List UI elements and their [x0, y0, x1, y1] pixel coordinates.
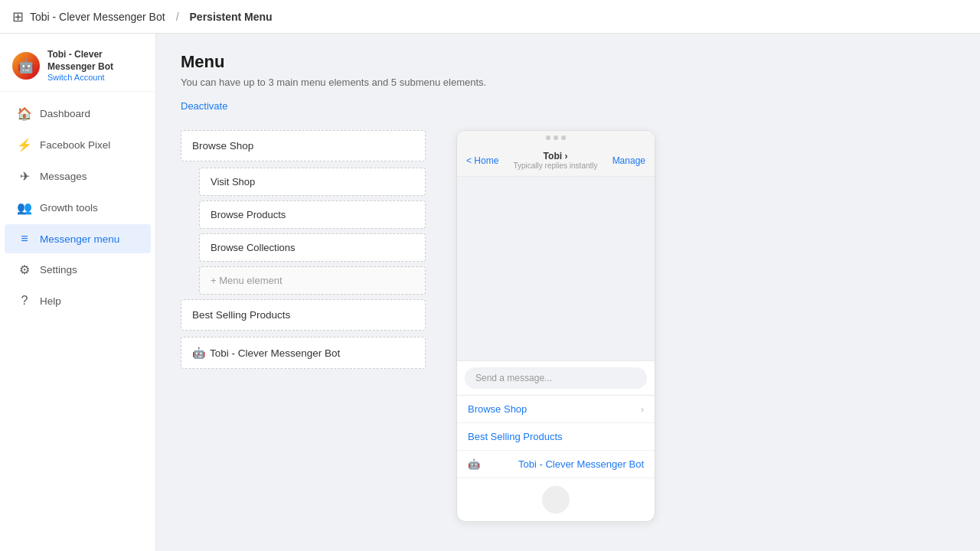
bot-icon: 🤖: [192, 347, 205, 359]
sidebar-item-dashboard[interactable]: 🏠 Dashboard: [5, 99, 151, 129]
phone-menu-tobi-bot[interactable]: 🤖 Tobi - Clever Messenger Bot: [457, 451, 655, 478]
menu-item-best-selling[interactable]: Best Selling Products: [181, 299, 426, 331]
tobi-bot-label: Tobi - Clever Messenger Bot: [210, 347, 340, 359]
browse-products-label: Browse Products: [211, 209, 286, 220]
home-icon: 🏠: [17, 106, 32, 121]
phone-menu-browse-shop[interactable]: Browse Shop ›: [457, 396, 655, 423]
sidebar-item-settings[interactable]: ⚙ Settings: [5, 255, 151, 285]
phone-bot-name: Tobi ›: [513, 151, 597, 161]
add-menu-label: + Menu element: [211, 275, 283, 286]
sidebar-label-help: Help: [40, 295, 61, 307]
bot-icon-preview: 🤖: [468, 458, 480, 470]
app-grid-icon: ⊞: [12, 8, 24, 25]
account-info: Tobi - Clever Messenger Bot Switch Accou…: [47, 49, 143, 82]
account-section: 🤖 Tobi - Clever Messenger Bot Switch Acc…: [0, 40, 155, 92]
sidebar-item-messenger-menu[interactable]: ≡ Messenger menu: [5, 224, 151, 253]
phone-input-area: Send a message...: [457, 360, 655, 396]
phone-menu-best-selling[interactable]: Best Selling Products: [457, 423, 655, 451]
sidebar-item-facebook-pixel[interactable]: ⚡ Facebook Pixel: [5, 130, 151, 160]
switch-account-link[interactable]: Switch Account: [47, 73, 143, 82]
help-icon: ?: [17, 294, 32, 308]
menu-add-element[interactable]: + Menu element: [199, 266, 426, 295]
menu-items-editor: Browse Shop Visit Shop Browse Products B…: [181, 130, 426, 375]
sidebar-label-dashboard: Dashboard: [40, 108, 90, 119]
phone-top-bar: [457, 131, 655, 145]
sidebar-item-help[interactable]: ? Help: [5, 286, 151, 315]
phone-bot-status: Typically replies instantly: [513, 161, 597, 170]
menu-item-tobi-bot[interactable]: 🤖Tobi - Clever Messenger Bot: [181, 337, 426, 369]
phone-manage-button[interactable]: Manage: [612, 155, 645, 166]
sidebar-label-messenger-menu: Messenger menu: [40, 233, 119, 245]
browse-shop-label: Browse Shop: [192, 140, 253, 152]
deactivate-link[interactable]: Deactivate: [181, 100, 227, 112]
page-description: You can have up to 3 main menu elements …: [181, 77, 956, 88]
phone-menu-list: Browse Shop › Best Selling Products 🤖 To…: [457, 396, 655, 478]
best-selling-label: Best Selling Products: [192, 309, 290, 321]
menu-subitem-visit-shop[interactable]: Visit Shop: [199, 168, 426, 196]
app-name: Tobi - Clever Messenger Bot: [30, 11, 165, 23]
phone-message-input[interactable]: Send a message...: [465, 367, 647, 389]
sidebar-label-growth-tools: Growth tools: [40, 202, 98, 214]
menu-subitem-browse-collections[interactable]: Browse Collections: [199, 233, 426, 262]
sidebar: 🤖 Tobi - Clever Messenger Bot Switch Acc…: [0, 34, 156, 551]
pixel-icon: ⚡: [17, 138, 32, 152]
browse-collections-label: Browse Collections: [211, 242, 296, 253]
phone-menu-best-selling-label: Best Selling Products: [468, 431, 563, 442]
dot2: [554, 135, 558, 140]
phone-header-center: Tobi › Typically replies instantly: [513, 151, 597, 170]
phone-preview: < Home Tobi › Typically replies instantl…: [456, 130, 655, 522]
chevron-right-icon: ›: [641, 404, 644, 415]
settings-icon: ⚙: [17, 262, 32, 277]
sidebar-label-messages: Messages: [40, 171, 87, 182]
phone-menu-browse-shop-label: Browse Shop: [468, 403, 527, 415]
avatar: 🤖: [12, 52, 40, 80]
top-nav: ⊞ Tobi - Clever Messenger Bot / Persiste…: [0, 0, 980, 34]
main-content: Menu You can have up to 3 main menu elem…: [156, 34, 980, 551]
sidebar-label-facebook-pixel: Facebook Pixel: [40, 139, 110, 151]
growth-icon: 👥: [17, 201, 32, 215]
page-title-breadcrumb: Persistent Menu: [190, 11, 273, 23]
visit-shop-label: Visit Shop: [211, 176, 255, 187]
breadcrumb-separator: /: [176, 11, 179, 23]
sidebar-item-growth-tools[interactable]: 👥 Growth tools: [5, 193, 151, 223]
layout: 🤖 Tobi - Clever Messenger Bot Switch Acc…: [0, 34, 980, 551]
account-name: Tobi - Clever Messenger Bot: [47, 49, 143, 73]
menu-item-browse-shop[interactable]: Browse Shop: [181, 130, 426, 161]
phone-chat-body: [457, 177, 655, 360]
sidebar-label-settings: Settings: [40, 264, 77, 276]
menu-subitem-browse-products[interactable]: Browse Products: [199, 201, 426, 229]
phone-header: < Home Tobi › Typically replies instantl…: [457, 145, 655, 177]
phone-footer: [457, 478, 655, 521]
phone-menu-tobi-bot-label: Tobi - Clever Messenger Bot: [518, 458, 644, 470]
dot3: [561, 135, 566, 140]
messages-icon: ✈: [17, 169, 32, 184]
dot1: [546, 135, 550, 140]
phone-back-button[interactable]: < Home: [466, 155, 498, 166]
sidebar-item-messages[interactable]: ✈ Messages: [5, 161, 151, 191]
page-title: Menu: [181, 52, 956, 72]
menu-icon: ≡: [17, 232, 32, 246]
phone-footer-button[interactable]: [542, 486, 570, 514]
menu-editor: Browse Shop Visit Shop Browse Products B…: [181, 130, 956, 522]
